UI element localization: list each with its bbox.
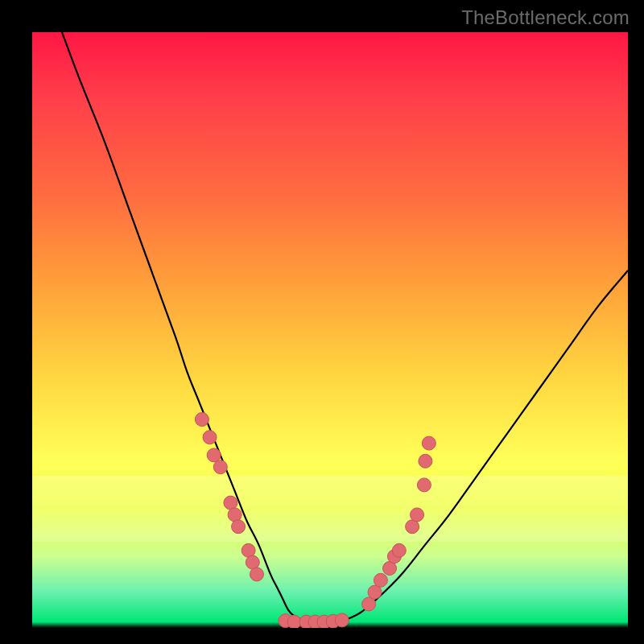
bottleneck-curve	[62, 32, 628, 622]
data-point	[335, 613, 349, 627]
data-point	[419, 454, 432, 468]
chart-svg	[32, 32, 628, 628]
data-point	[422, 436, 436, 450]
watermark-text: TheBottleneck.com	[461, 6, 630, 29]
data-point	[250, 568, 263, 581]
data-point	[411, 508, 424, 522]
data-point	[203, 431, 217, 444]
data-point	[232, 520, 246, 534]
data-point	[195, 413, 208, 427]
chart-frame: TheBottleneck.com	[0, 0, 644, 644]
plot-area	[32, 32, 628, 628]
data-point	[374, 573, 387, 587]
data-point	[417, 478, 431, 492]
data-point	[392, 543, 406, 557]
data-point	[213, 460, 227, 474]
data-point	[207, 448, 221, 462]
